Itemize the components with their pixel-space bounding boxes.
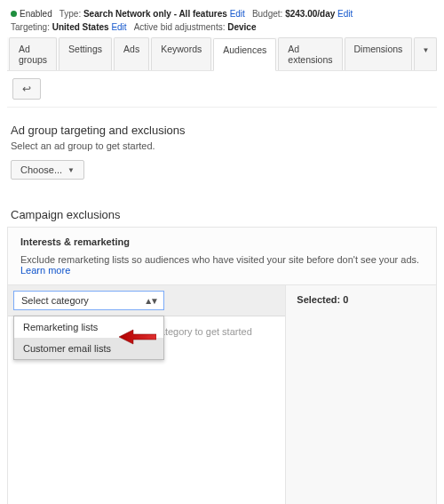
- selected-count: Selected: 0: [297, 292, 425, 310]
- panel-desc: Exclude remarketing lists so audiences w…: [20, 254, 424, 276]
- chevron-down-icon: ▼: [422, 46, 429, 54]
- tab-keywords[interactable]: Keywords: [151, 37, 211, 70]
- tab-ads[interactable]: Ads: [114, 37, 149, 70]
- status-indicator: Enabled: [11, 9, 52, 19]
- tab-label: Audiences: [223, 44, 266, 55]
- bid-adjust-value: Device: [227, 22, 256, 32]
- type-value: Search Network only - All features: [83, 9, 227, 19]
- panel-body: Select category ▲▼ ng category to get st…: [8, 285, 436, 504]
- tab-ad-extensions[interactable]: Ad extensions: [278, 37, 342, 70]
- tab-dimensions[interactable]: Dimensions: [345, 37, 413, 70]
- choose-ad-group-button[interactable]: Choose... ▼: [11, 160, 84, 180]
- selected-column: Selected: 0: [286, 285, 436, 504]
- targeting-edit-link[interactable]: Edit: [111, 22, 126, 32]
- callout-arrow-icon: [119, 328, 156, 346]
- campaign-info-bar: Enabled Type: Search Network only - All …: [7, 7, 437, 37]
- budget-value: $243.00/day: [285, 9, 335, 19]
- panel-header: Interests & remarketing Exclude remarket…: [8, 228, 436, 285]
- tab-label: Keywords: [161, 44, 202, 54]
- category-column: Select category ▲▼ ng category to get st…: [8, 285, 286, 504]
- dropdown-item-label: Remarketing lists: [23, 322, 98, 332]
- tab-label: Dimensions: [354, 44, 403, 54]
- tab-audiences[interactable]: Audiences: [213, 38, 276, 71]
- tab-ad-groups[interactable]: Ad groups: [9, 37, 57, 70]
- back-bar: ↩: [7, 71, 437, 108]
- targeting-value: United States: [52, 22, 109, 32]
- select-category-label: Select category: [21, 295, 89, 306]
- budget-edit-link[interactable]: Edit: [337, 9, 353, 19]
- back-button[interactable]: ↩: [12, 78, 41, 100]
- targeting-title: Ad group targeting and exclusions: [11, 124, 433, 137]
- targeting-subtitle: Select an ad group to get started.: [11, 140, 433, 151]
- tab-label: Ad groups: [19, 44, 47, 65]
- svg-marker-0: [119, 330, 156, 344]
- type-label: Type:: [59, 9, 81, 19]
- back-arrow-icon: ↩: [22, 83, 31, 95]
- budget-block: Budget: $243.00/day Edit: [252, 9, 353, 19]
- panel-desc-text: Exclude remarketing lists so audiences w…: [20, 254, 419, 265]
- bid-adjust-label: Active bid adjustments:: [134, 22, 226, 32]
- choose-label: Choose...: [20, 164, 62, 175]
- tab-label: Ad extensions: [288, 44, 332, 65]
- tab-label: Ads: [123, 44, 139, 54]
- tab-bar: Ad groups Settings Ads Keywords Audience…: [7, 37, 437, 71]
- panel-title: Interests & remarketing: [20, 236, 424, 247]
- tab-settings[interactable]: Settings: [59, 37, 112, 70]
- type-block: Type: Search Network only - All features…: [59, 9, 245, 19]
- dropdown-item-label: Customer email lists: [23, 343, 111, 354]
- targeting-label: Targeting:: [11, 22, 50, 32]
- targeting-section: Ad group targeting and exclusions Select…: [7, 108, 437, 188]
- sort-icon: ▲▼: [144, 296, 156, 306]
- chevron-down-icon: ▼: [67, 166, 75, 174]
- learn-more-link[interactable]: Learn more: [20, 265, 70, 276]
- select-category-row: Select category ▲▼: [8, 285, 285, 316]
- tab-overflow[interactable]: ▼: [414, 37, 437, 70]
- campaign-exclusions-heading: Campaign exclusions: [11, 208, 437, 221]
- tab-label: Settings: [68, 44, 102, 54]
- budget-label: Budget:: [252, 9, 282, 19]
- type-edit-link[interactable]: Edit: [230, 9, 245, 19]
- bid-adjust-block: Active bid adjustments: Device: [134, 22, 257, 32]
- select-category-dropdown[interactable]: Select category ▲▼: [13, 291, 164, 310]
- targeting-block: Targeting: United States Edit: [11, 22, 127, 32]
- exclusions-panel: Interests & remarketing Exclude remarket…: [7, 227, 437, 504]
